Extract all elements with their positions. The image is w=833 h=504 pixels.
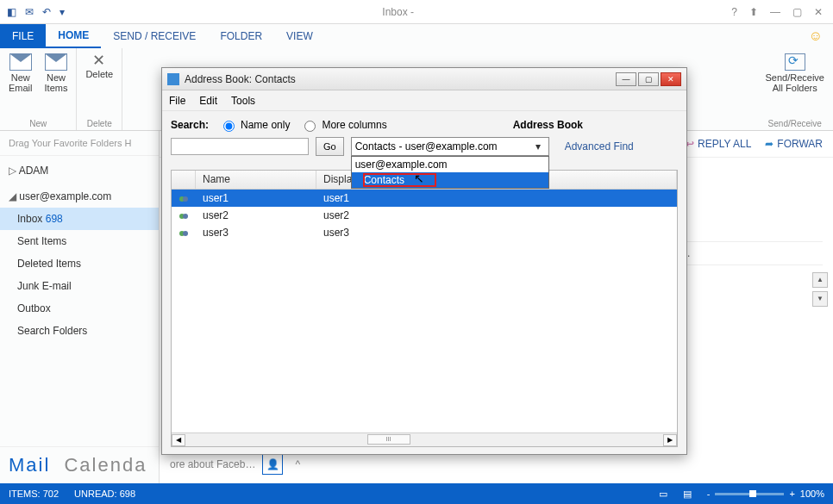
dialog-minimize-button[interactable]: — bbox=[616, 72, 636, 86]
folder-deleted-items[interactable]: Deleted Items bbox=[0, 252, 159, 275]
help-icon[interactable]: ? bbox=[731, 6, 737, 18]
row-display: user2 bbox=[316, 209, 677, 221]
highlighted-contacts-option: Contacts bbox=[364, 174, 435, 186]
people-icon bbox=[172, 227, 196, 239]
dialog-menu-edit[interactable]: Edit bbox=[199, 95, 217, 107]
people-pane-text: ore about Faceb… bbox=[170, 458, 255, 470]
hscroll-track[interactable]: III bbox=[185, 434, 663, 446]
hscroll-right-button[interactable]: ▶ bbox=[663, 434, 677, 446]
zoom-slider-thumb[interactable] bbox=[749, 490, 756, 497]
people-pane-expand-icon[interactable]: ^ bbox=[295, 458, 300, 470]
folder-junk-e-mail[interactable]: Junk E-mail bbox=[0, 275, 159, 297]
chevron-down-icon[interactable]: ▾ bbox=[531, 140, 545, 152]
address-book-dialog: Address Book: Contacts — ▢ ✕ File Edit T… bbox=[161, 67, 687, 455]
combo-option[interactable]: Contacts bbox=[352, 172, 548, 188]
send-receive-icon bbox=[785, 53, 805, 71]
status-bar: ITEMS: 702 UNREAD: 698 ▭ ▤ - + 100% bbox=[0, 483, 833, 504]
send-receive-all-button[interactable]: Send/Receive All Folders bbox=[766, 53, 825, 93]
combo-box[interactable]: Contacts - user@example.com ▾ bbox=[351, 137, 549, 156]
module-calendar[interactable]: Calenda bbox=[64, 454, 147, 476]
advanced-find-link[interactable]: Advanced Find bbox=[565, 140, 634, 152]
module-mail[interactable]: Mail bbox=[9, 454, 50, 476]
pane-scroll-down-button[interactable]: ▼ bbox=[812, 291, 828, 307]
tab-send-receive[interactable]: SEND / RECEIVE bbox=[101, 24, 208, 48]
folder-search-folders[interactable]: Search Folders bbox=[0, 320, 159, 342]
dialog-menu-tools[interactable]: Tools bbox=[231, 95, 255, 107]
close-window-button[interactable]: ✕ bbox=[814, 6, 823, 18]
radio-more-columns[interactable]: More columns bbox=[300, 118, 386, 132]
zoom-in-button[interactable]: + bbox=[789, 488, 794, 499]
dialog-close-button[interactable]: ✕ bbox=[661, 72, 681, 86]
folder-list: Inbox 698Sent ItemsDeleted ItemsJunk E-m… bbox=[0, 208, 159, 342]
dialog-menu-file[interactable]: File bbox=[169, 95, 185, 107]
pane-scroll-up-button[interactable]: ▲ bbox=[812, 272, 828, 288]
view-normal-icon[interactable]: ▭ bbox=[659, 488, 667, 500]
title-bar: ◧ ✉ ↶ ▾ Inbox - ? ⬆ — ▢ ✕ bbox=[0, 0, 833, 24]
folder-outbox[interactable]: Outbox bbox=[0, 297, 159, 320]
reply-all-link[interactable]: ↩REPLY ALL bbox=[686, 138, 751, 150]
zoom-out-button[interactable]: - bbox=[707, 488, 711, 499]
minimize-button[interactable]: — bbox=[770, 6, 780, 18]
radio-more-columns-input[interactable] bbox=[304, 121, 316, 132]
ribbon-collapse-icon[interactable]: ⬆ bbox=[749, 6, 758, 18]
zoom-slider-track[interactable] bbox=[715, 493, 784, 495]
search-row: Search: Name only More columns Address B… bbox=[171, 118, 678, 132]
window-title: Inbox - bbox=[65, 6, 731, 18]
dialog-title: Address Book: Contacts bbox=[185, 73, 296, 85]
search-label: Search: bbox=[171, 119, 209, 131]
addressbook-combo[interactable]: Contacts - user@example.com ▾ user@examp… bbox=[351, 137, 549, 156]
hscroll-left-button[interactable]: ◀ bbox=[172, 434, 185, 446]
ribbon-group-new: New Email New Items New bbox=[0, 48, 77, 130]
envelope-icon bbox=[9, 53, 32, 71]
new-email-label: New Email bbox=[9, 72, 33, 93]
contact-row[interactable]: user2user2 bbox=[172, 207, 677, 224]
dialog-title-bar[interactable]: Address Book: Contacts — ▢ ✕ bbox=[162, 68, 686, 90]
dialog-maximize-button[interactable]: ▢ bbox=[638, 72, 659, 86]
account-header-adam[interactable]: ADAM bbox=[0, 156, 159, 182]
folder-inbox[interactable]: Inbox 698 bbox=[0, 208, 159, 230]
account-header-main[interactable]: user@example.com bbox=[0, 182, 159, 208]
new-email-button[interactable]: New Email bbox=[9, 53, 33, 93]
folder-sent-items[interactable]: Sent Items bbox=[0, 230, 159, 252]
go-button[interactable]: Go bbox=[316, 137, 344, 156]
hscroll-thumb[interactable]: III bbox=[367, 434, 410, 445]
undo-icon[interactable]: ↶ bbox=[42, 6, 51, 18]
feedback-smiley-icon[interactable]: ☺ bbox=[809, 28, 833, 44]
radio-name-only-input[interactable] bbox=[223, 121, 235, 132]
col-name[interactable]: Name bbox=[196, 171, 316, 189]
new-items-button[interactable]: New Items bbox=[45, 53, 68, 93]
favorites-drop-hint[interactable]: Drag Your Favorite Folders H bbox=[0, 131, 159, 156]
combo-dropdown-list: user@example.comContacts bbox=[351, 156, 549, 189]
send-receive-all-label: Send/Receive All Folders bbox=[766, 72, 825, 93]
send-receive-qat-icon[interactable]: ✉ bbox=[25, 6, 34, 18]
tab-folder[interactable]: FOLDER bbox=[208, 24, 274, 48]
radio-name-only[interactable]: Name only bbox=[219, 118, 290, 132]
row-display: user1 bbox=[316, 192, 677, 204]
contact-row[interactable]: user1user1 bbox=[172, 190, 677, 207]
group-new-caption: New bbox=[9, 119, 67, 128]
listview-hscrollbar: ◀ III ▶ bbox=[172, 432, 677, 446]
combo-option[interactable]: user@example.com bbox=[352, 157, 548, 172]
tab-home[interactable]: HOME bbox=[46, 24, 101, 48]
view-reading-icon[interactable]: ▤ bbox=[683, 488, 692, 500]
contact-row[interactable]: user3user3 bbox=[172, 224, 677, 241]
row-name: user2 bbox=[196, 209, 316, 221]
envelope-plus-icon bbox=[45, 53, 67, 71]
outlook-icon: ◧ bbox=[7, 6, 16, 18]
navigation-pane: Drag Your Favorite Folders H ADAM user@e… bbox=[0, 131, 160, 483]
group-sr-caption: Send/Receive bbox=[766, 119, 825, 128]
ribbon-group-delete: ✕ Delete Delete bbox=[77, 48, 122, 130]
tab-file[interactable]: FILE bbox=[0, 24, 46, 48]
maximize-button[interactable]: ▢ bbox=[792, 6, 802, 18]
col-icon[interactable] bbox=[172, 171, 196, 189]
forward-icon: ➦ bbox=[765, 138, 774, 150]
search-input[interactable] bbox=[171, 138, 309, 155]
forward-link[interactable]: ➦FORWAR bbox=[765, 138, 823, 150]
new-items-label: New Items bbox=[45, 72, 68, 93]
address-book-icon bbox=[167, 73, 179, 85]
tab-view[interactable]: VIEW bbox=[274, 24, 325, 48]
delete-x-icon: ✕ bbox=[92, 53, 106, 67]
group-delete-caption: Delete bbox=[85, 119, 113, 128]
delete-button[interactable]: ✕ Delete bbox=[85, 53, 113, 79]
zoom-percent: 100% bbox=[800, 488, 824, 499]
